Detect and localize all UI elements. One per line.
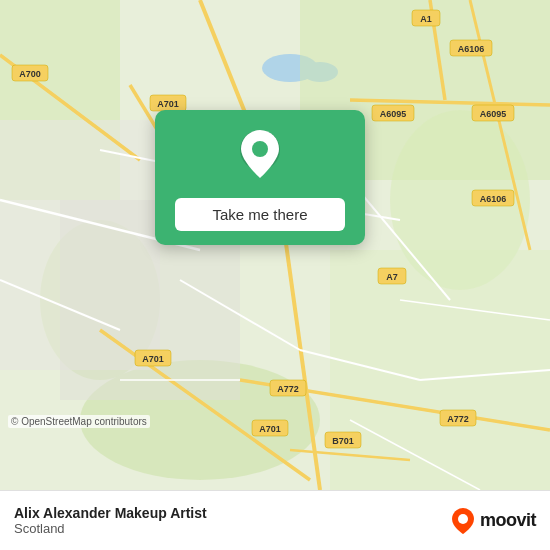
place-name: Alix Alexander Makeup Artist (14, 505, 207, 521)
moovit-logo: moovit (448, 506, 536, 536)
place-region: Scotland (14, 521, 207, 536)
location-pin-icon (236, 128, 284, 184)
take-me-there-button[interactable]: Take me there (175, 198, 345, 231)
place-info: Alix Alexander Makeup Artist Scotland (14, 505, 207, 536)
svg-text:A6095: A6095 (380, 109, 407, 119)
moovit-icon (448, 506, 478, 536)
map-attribution: © OpenStreetMap contributors (8, 415, 150, 428)
svg-text:A6106: A6106 (458, 44, 485, 54)
svg-text:A701: A701 (259, 424, 281, 434)
location-card: Take me there (155, 110, 365, 245)
svg-text:A700: A700 (19, 69, 41, 79)
map-container: A7 A7 A700 A701 A701 A701 A772 A772 A609… (0, 0, 550, 490)
svg-text:A6095: A6095 (480, 109, 507, 119)
svg-text:A7: A7 (386, 272, 398, 282)
svg-text:A772: A772 (277, 384, 299, 394)
svg-text:A1: A1 (420, 14, 432, 24)
svg-text:B701: B701 (332, 436, 354, 446)
svg-text:A701: A701 (157, 99, 179, 109)
moovit-text: moovit (480, 510, 536, 531)
svg-text:A6106: A6106 (480, 194, 507, 204)
svg-point-62 (252, 141, 268, 157)
svg-rect-7 (330, 250, 550, 490)
svg-text:A772: A772 (447, 414, 469, 424)
pin-icon-container (236, 128, 284, 188)
svg-text:A701: A701 (142, 354, 164, 364)
svg-point-63 (458, 514, 468, 524)
bottom-bar: Alix Alexander Makeup Artist Scotland mo… (0, 490, 550, 550)
